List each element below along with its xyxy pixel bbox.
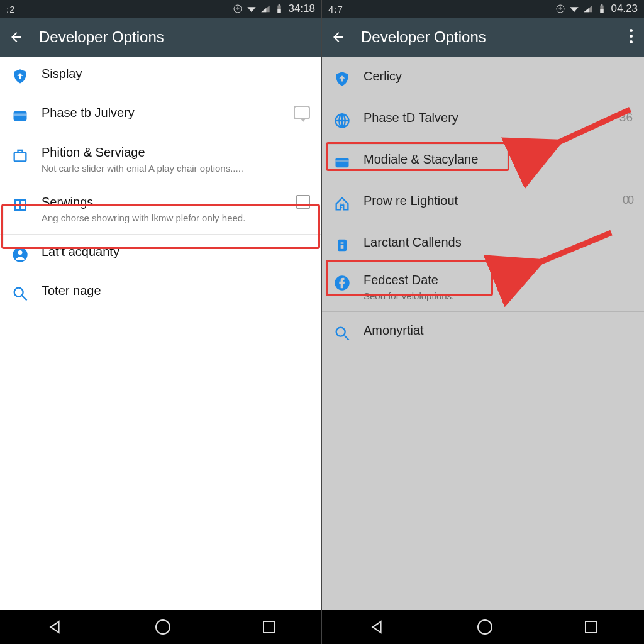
action-bar: Developer Options (322, 18, 644, 57)
svg-rect-23 (336, 158, 349, 167)
download-icon (555, 4, 565, 14)
status-notification: 4:7 (328, 4, 343, 14)
status-time: 04.23 (611, 3, 638, 15)
nav-recent-icon[interactable] (263, 621, 275, 633)
svg-point-13 (14, 288, 23, 297)
page-title: Developer Options (361, 28, 486, 46)
bubble-icon (294, 106, 310, 119)
setting-prow[interactable]: ? Prow re Lightiout 00 (322, 184, 644, 225)
nav-back-icon[interactable] (369, 619, 385, 635)
svg-rect-6 (14, 152, 26, 161)
info-icon (333, 235, 364, 254)
status-bar: 4:7 04.23 (322, 0, 644, 18)
item-title: Larctant Callends (364, 235, 633, 250)
svg-line-14 (23, 296, 27, 301)
svg-rect-27 (341, 242, 344, 243)
setting-amonyrtiat[interactable]: Amonyrtiat (322, 312, 644, 352)
svg-rect-7 (18, 150, 23, 153)
svg-point-30 (336, 327, 345, 336)
nav-bar (0, 610, 321, 644)
globe-icon (333, 111, 364, 130)
item-count: 36 (619, 111, 633, 125)
back-icon[interactable] (9, 30, 24, 45)
svg-rect-28 (341, 245, 344, 249)
svg-point-12 (18, 250, 23, 255)
item-title: Lat't acquanty (42, 245, 310, 259)
setting-phition[interactable]: Phition & Serviage Not carle slider with… (0, 135, 321, 185)
item-badge: 00 (623, 194, 633, 207)
signal-icon (583, 4, 593, 14)
search-icon (333, 323, 364, 342)
shield-icon (333, 69, 364, 88)
checkbox[interactable] (296, 195, 310, 209)
settings-list: Sisplay Phase tb Julvery Phition & Servi… (0, 57, 321, 610)
house-icon: ? (333, 194, 364, 213)
battery-icon (597, 4, 607, 14)
search-icon (11, 284, 42, 303)
card-icon (333, 152, 364, 171)
status-bar: :2 34:18 (0, 0, 321, 18)
nav-home-icon[interactable] (477, 619, 492, 635)
setting-phase[interactable]: Phase tb Julvery (0, 96, 321, 135)
setting-fedcest[interactable]: Fedcest Date Seou for veloloptions. (322, 267, 644, 312)
nav-back-icon[interactable] (47, 619, 63, 635)
svg-rect-4 (14, 111, 27, 121)
svg-rect-17 (601, 9, 604, 13)
item-subtitle: Ang chorse showring with lkmw plefor onl… (42, 212, 291, 225)
svg-rect-18 (601, 4, 603, 5)
setting-sisplay[interactable]: Sisplay (0, 57, 321, 96)
grid-icon (11, 195, 42, 214)
shield-icon (11, 67, 42, 86)
phone-screen-right: 4:7 04.23 Developer Options Cerlicy Phas… (322, 0, 644, 644)
status-right: 04.23 (555, 3, 638, 15)
nav-home-icon[interactable] (155, 619, 170, 635)
setting-cerlicy[interactable]: Cerlicy (322, 57, 644, 101)
item-title: Phition & Serviage (42, 145, 310, 160)
battery-icon (274, 4, 284, 14)
facebook-icon (333, 273, 364, 292)
item-subtitle: Not carle slider with enial A play chair… (42, 162, 310, 175)
svg-text:?: ? (340, 201, 344, 209)
setting-modiale[interactable]: Modiale & Stacylane (322, 142, 644, 184)
svg-rect-24 (336, 160, 349, 163)
svg-line-31 (345, 335, 349, 340)
svg-rect-3 (279, 4, 280, 5)
status-right: 34:18 (233, 3, 315, 15)
status-time: 34:18 (288, 3, 315, 15)
signal-icon (260, 4, 270, 14)
setting-toter[interactable]: Toter nage (0, 274, 321, 313)
item-title: Sisplay (42, 67, 310, 81)
setting-serwings[interactable]: Serwings Ang chorse showring with lkmw p… (0, 185, 321, 235)
briefcase-icon (11, 145, 42, 164)
item-title: Toter nage (42, 284, 310, 298)
action-bar: Developer Options (0, 18, 321, 57)
setting-phase[interactable]: Phase tD Talvery 36 (322, 101, 644, 142)
phone-screen-left: :2 34:18 Developer Options Sisplay Phase… (0, 0, 322, 644)
item-title: Phase tb Julvery (42, 106, 289, 120)
item-title: Amonyrtiat (364, 323, 633, 338)
more-icon[interactable] (630, 29, 633, 43)
setting-latt[interactable]: Lat't acquanty (0, 235, 321, 274)
setting-larctant[interactable]: Larctant Callends (322, 225, 644, 267)
svg-rect-2 (278, 9, 281, 13)
download-icon (233, 4, 243, 14)
page-title: Developer Options (39, 28, 164, 46)
item-title: Cerlicy (364, 69, 633, 84)
person-icon (11, 245, 42, 264)
svg-rect-5 (14, 114, 27, 116)
card-icon (11, 106, 42, 125)
item-title: Phase tD Talvery (364, 111, 614, 125)
item-title: Prow re Lightiout (364, 194, 618, 208)
item-title: Fedcest Date (364, 273, 633, 287)
settings-list: Cerlicy Phase tD Talvery 36 Modiale & St… (322, 57, 644, 610)
nav-recent-icon[interactable] (585, 621, 597, 633)
nav-bar (322, 610, 644, 644)
wifi-icon (247, 4, 257, 14)
item-title: Serwings (42, 195, 291, 209)
back-icon[interactable] (331, 30, 346, 45)
item-title: Modiale & Stacylane (364, 152, 633, 167)
item-subtitle: Seou for veloloptions. (364, 290, 633, 303)
wifi-icon (569, 4, 579, 14)
status-notification: :2 (6, 4, 16, 14)
